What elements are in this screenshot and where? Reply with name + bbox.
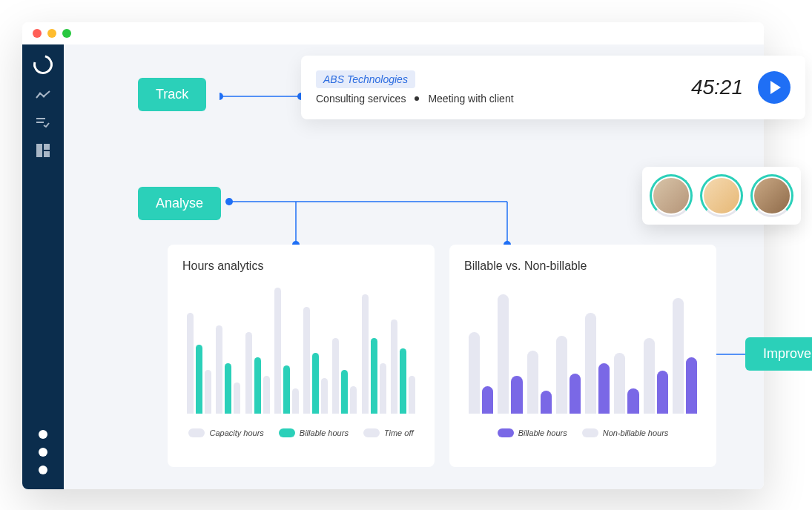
bar xyxy=(283,365,290,414)
hours-analytics-card: Hours analytics Capacity hours Billable … xyxy=(168,245,435,467)
avatar xyxy=(653,178,689,213)
bar-group xyxy=(216,288,240,414)
bar xyxy=(245,332,252,414)
play-button[interactable] xyxy=(758,71,790,104)
svg-rect-5 xyxy=(44,144,50,150)
bar xyxy=(332,338,339,414)
tasks-icon[interactable] xyxy=(36,117,50,128)
svg-point-0 xyxy=(39,93,42,95)
client-badge: ABS Technologies xyxy=(316,70,415,88)
bar xyxy=(482,386,493,414)
billable-bars xyxy=(464,288,702,414)
nav-dot[interactable] xyxy=(39,466,47,474)
legend-label: Billable hours xyxy=(300,428,349,437)
maximize-window-icon[interactable] xyxy=(62,29,71,38)
bar-group xyxy=(303,288,328,414)
svg-point-8 xyxy=(219,93,223,100)
main-area: Track Analyse ABS Technologies Consultin… xyxy=(64,44,764,489)
app-window: Track Analyse ABS Technologies Consultin… xyxy=(22,22,764,489)
bar xyxy=(292,388,299,414)
billable-card: Billable vs. Non-billable Billable hours… xyxy=(449,245,716,467)
analytics-icon[interactable] xyxy=(36,90,50,101)
bar xyxy=(409,376,415,414)
chart-title: Hours analytics xyxy=(182,259,420,273)
tracker-detail: Consulting services Meeting with client xyxy=(316,93,691,105)
tracker-task: Meeting with client xyxy=(428,93,513,105)
tracker-service: Consulting services xyxy=(316,93,406,105)
bar-group xyxy=(585,288,610,414)
bar-group xyxy=(614,288,638,414)
avatar-progress-ring[interactable] xyxy=(750,174,793,217)
bar xyxy=(225,363,231,414)
nav-dot[interactable] xyxy=(39,448,47,457)
bar-group xyxy=(274,288,299,414)
bar xyxy=(400,348,406,414)
legend-label: Billable hours xyxy=(518,428,567,437)
analyse-tag: Analyse xyxy=(138,187,221,220)
bar-group xyxy=(245,288,270,414)
bar xyxy=(205,370,211,414)
nav-dot[interactable] xyxy=(39,430,47,439)
avatar xyxy=(704,178,739,213)
bar xyxy=(187,313,194,414)
bar xyxy=(627,388,638,414)
tracker-card: ABS Technologies Consulting services Mee… xyxy=(301,56,805,119)
hours-legend: Capacity hours Billable hours Time off xyxy=(182,428,420,437)
bar-group xyxy=(527,288,552,414)
legend-swatch-icon xyxy=(279,428,295,437)
app-body: Track Analyse ABS Technologies Consultin… xyxy=(22,44,764,489)
svg-point-10 xyxy=(225,198,233,205)
bar xyxy=(380,363,386,414)
connector-track xyxy=(219,89,308,104)
bar xyxy=(585,313,596,414)
svg-rect-4 xyxy=(36,144,42,157)
legend-item: Billable hours xyxy=(279,428,349,437)
bar-group xyxy=(187,288,211,414)
bar xyxy=(263,376,270,414)
bar xyxy=(541,391,552,414)
sidebar xyxy=(22,44,64,489)
billable-legend: Billable hours Non-billable hours xyxy=(464,428,702,437)
app-logo-icon[interactable] xyxy=(30,51,56,78)
bar xyxy=(321,378,328,414)
bar xyxy=(469,332,480,414)
team-avatars-card xyxy=(642,167,801,225)
legend-swatch-icon xyxy=(582,428,598,437)
bar-group xyxy=(673,288,697,414)
bar xyxy=(312,353,319,414)
track-tag: Track xyxy=(138,78,206,111)
legend-item: Non-billable hours xyxy=(582,428,669,437)
minimize-window-icon[interactable] xyxy=(47,29,56,38)
chart-title: Billable vs. Non-billable xyxy=(464,259,702,273)
bar xyxy=(556,336,567,414)
legend-label: Time off xyxy=(384,428,414,437)
avatar-progress-ring[interactable] xyxy=(650,174,693,217)
bar-group xyxy=(644,288,668,414)
bar xyxy=(673,298,684,414)
close-window-icon[interactable] xyxy=(33,29,42,38)
bar xyxy=(570,374,581,414)
bar xyxy=(362,294,369,414)
bar-group xyxy=(391,288,415,414)
timer-display: 45:21 xyxy=(691,76,743,99)
bar-group xyxy=(469,288,493,414)
svg-rect-6 xyxy=(44,151,50,157)
legend-label: Capacity hours xyxy=(209,428,263,437)
bar xyxy=(391,319,397,414)
nav-more xyxy=(39,430,47,474)
dashboard-icon[interactable] xyxy=(36,144,50,157)
bar xyxy=(341,370,348,414)
avatar-progress-ring[interactable] xyxy=(700,174,743,217)
window-titlebar xyxy=(22,22,764,44)
svg-point-1 xyxy=(43,96,45,98)
bar xyxy=(511,376,522,414)
legend-item: Capacity hours xyxy=(188,428,263,437)
bar xyxy=(196,345,202,414)
bar xyxy=(614,353,625,414)
bar xyxy=(598,363,610,414)
bar xyxy=(498,294,509,414)
legend-swatch-icon xyxy=(363,428,380,437)
bar-group xyxy=(332,288,357,414)
separator-dot-icon xyxy=(415,96,419,101)
tracker-info: ABS Technologies Consulting services Mee… xyxy=(316,70,691,105)
